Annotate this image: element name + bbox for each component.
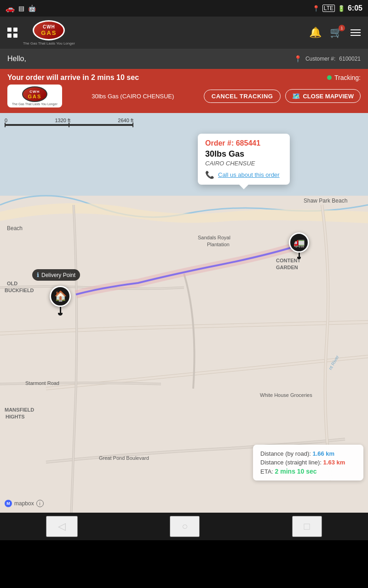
top-nav: CWH GAS The Gas That Lasts You Longer 🔔 … [0, 17, 368, 49]
tracking-item-name: 30lbs Gas (CAIRO CHENSUE) [92, 92, 174, 100]
svg-text:White House Groceries: White House Groceries [260, 392, 312, 398]
menu-icon[interactable] [351, 29, 361, 36]
recents-button[interactable]: □ [292, 516, 322, 537]
tracking-banner: Your order will arrive in 2 mins 10 sec … [0, 69, 368, 113]
banner-tagline: The Gas That Lasts You Longer [12, 102, 58, 106]
location-icon: 📍 [312, 5, 320, 12]
house-marker: 🏠 [50, 286, 71, 316]
mapbox-text: mapbox [14, 500, 34, 507]
customer-id: 6100021 [339, 56, 361, 62]
hello-text: Hello, [7, 55, 26, 63]
logo-cwh: CWH [43, 24, 55, 29]
straight-distance-label: Distance (straight line): [260, 459, 322, 466]
grid-icon[interactable] [7, 28, 17, 38]
car-icon: 🚗 [6, 4, 15, 13]
banner-gas: GAS [28, 94, 41, 99]
svg-text:Plantation: Plantation [207, 242, 230, 247]
svg-text:MANSFIELD: MANSFIELD [5, 407, 34, 413]
map-info-icon[interactable]: i [36, 500, 44, 507]
back-button[interactable]: ◁ [46, 516, 78, 537]
cart-badge: 1 [339, 25, 345, 31]
eta-row: ETA: 2 mins 10 sec [260, 468, 356, 475]
banner-top-row: Your order will arrive in 2 mins 10 sec … [7, 74, 361, 82]
close-mapview-button[interactable]: 🗺️ CLOSE MAPVIEW [285, 89, 361, 103]
lte-icon: LTE [322, 5, 335, 12]
svg-text:GARDEN: GARDEN [276, 265, 298, 270]
customer-label: Customer #: [305, 56, 335, 62]
map-scale: 0 1320 ft 2640 ft [5, 118, 133, 126]
home-button[interactable]: ○ [170, 516, 200, 537]
house-pin [60, 307, 61, 313]
mapview-icon: 🗺️ [292, 92, 300, 100]
scale-label-end: 2640 ft [118, 118, 133, 123]
sub-nav: Hello, 📍 Customer #: 6100021 [0, 49, 368, 69]
customer-info: 📍 Customer #: 6100021 [294, 55, 361, 62]
house-pin-tip [58, 313, 63, 316]
map-container: Shaw Park Beach Beach Sandals Royal Plan… [0, 113, 368, 513]
order-number: Order #: 685441 [205, 139, 282, 147]
android-icon: 🤖 [28, 5, 36, 12]
tracking-label: Tracking: [334, 74, 361, 81]
svg-text:Starmont Road: Starmont Road [25, 380, 59, 386]
battery-icon: 🔋 [338, 5, 345, 12]
order-location: CAIRO CHENSUE [205, 160, 282, 167]
house-circle: 🏠 [50, 286, 71, 307]
cancel-tracking-button[interactable]: CANCEL TRACKING [204, 90, 281, 103]
house-icon: 🏠 [54, 290, 67, 302]
truck-marker: 🚛 [289, 232, 309, 259]
straight-distance-value: 1.63 km [323, 459, 345, 466]
status-bar-left: 🚗 ▤ 🤖 [6, 4, 36, 13]
truck-circle: 🚛 [289, 232, 309, 253]
status-bar-right: 📍 LTE 🔋 6:05 [312, 4, 362, 12]
logo-gas: GAS [41, 29, 57, 36]
phone-icon: 📞 [205, 170, 214, 179]
svg-text:Great Pond Boulevard: Great Pond Boulevard [99, 455, 149, 461]
banner-actions: CANCEL TRACKING 🗺️ CLOSE MAPVIEW [204, 89, 361, 103]
delivery-tooltip-text: Delivery Point [41, 272, 75, 278]
road-distance-row: Distance (by road): 1.66 km [260, 450, 356, 457]
mapbox-logo-circle: M [5, 500, 12, 507]
road-distance-value: 1.66 km [312, 450, 334, 457]
banner-logo: CWH GAS The Gas That Lasts You Longer [7, 85, 62, 107]
truck-pin-tip [297, 257, 301, 259]
order-popup: Order #: 685441 30lbs Gas CAIRO CHENSUE … [198, 134, 290, 185]
mapbox-attribution: M mapbox i [5, 500, 44, 507]
svg-text:Sandals Royal: Sandals Royal [198, 235, 230, 240]
svg-text:OLD: OLD [7, 281, 17, 286]
distance-box: Distance (by road): 1.66 km Distance (st… [253, 445, 363, 481]
sub-location-icon: 📍 [294, 55, 302, 62]
logo-tagline: The Gas That Lasts You Longer [23, 41, 75, 45]
cart-icon[interactable]: 🛒 1 [330, 27, 342, 39]
arrival-text: Your order will arrive in 2 mins 10 sec [7, 74, 139, 82]
notification-icon[interactable]: 🔔 [309, 27, 322, 39]
nav-icons: 🔔 🛒 1 [309, 27, 361, 39]
svg-text:HIGHTS: HIGHTS [6, 414, 25, 419]
road-distance-label: Distance (by road): [260, 450, 311, 457]
eta-value: 2 mins 10 sec [275, 468, 317, 475]
straight-distance-row: Distance (straight line): 1.63 km [260, 459, 356, 466]
delivery-info-icon: ℹ [37, 271, 39, 278]
delivery-tooltip: ℹ Delivery Point [32, 269, 80, 281]
banner-logo-oval: CWH GAS [22, 86, 47, 102]
svg-text:BUCKFIELD: BUCKFIELD [5, 288, 34, 293]
popup-triangle [239, 185, 248, 189]
scale-bar [5, 124, 133, 126]
order-product: 30lbs Gas [205, 149, 282, 159]
svg-text:Beach: Beach [7, 225, 23, 232]
svg-text:Shaw Park Beach: Shaw Park Beach [304, 198, 347, 204]
banner-cwh: CWH [29, 90, 40, 94]
bottom-nav: ◁ ○ □ [0, 513, 368, 540]
green-dot [327, 75, 332, 80]
logo-oval: CWH GAS [33, 20, 65, 40]
status-bar: 🚗 ▤ 🤖 📍 LTE 🔋 6:05 [0, 0, 368, 17]
truck-icon: 🚛 [293, 237, 305, 248]
sim-icon: ▤ [18, 5, 24, 12]
call-us-row[interactable]: 📞 Call us about this order [205, 170, 282, 179]
status-time: 6:05 [348, 4, 362, 12]
banner-bottom-row: CWH GAS The Gas That Lasts You Longer 30… [7, 85, 361, 107]
logo-area: CWH GAS The Gas That Lasts You Longer [23, 20, 75, 45]
eta-label: ETA: [260, 468, 273, 475]
call-us-link[interactable]: Call us about this order [218, 171, 280, 178]
tracking-status: Tracking: [327, 74, 361, 81]
